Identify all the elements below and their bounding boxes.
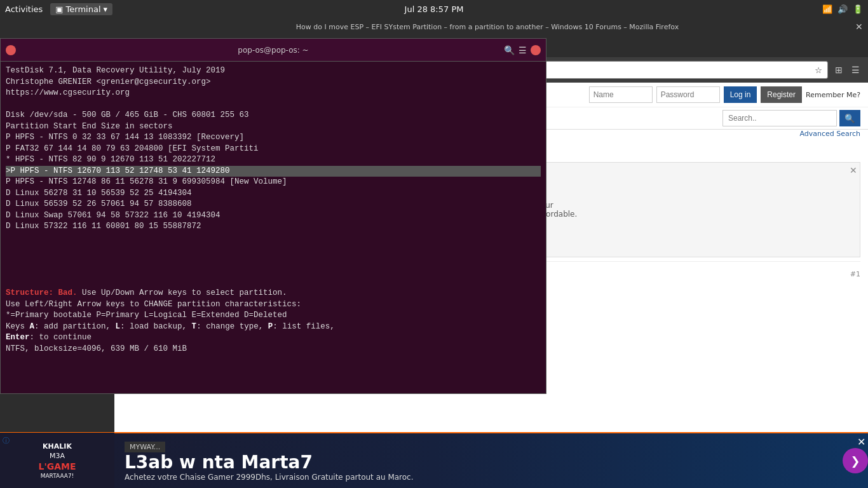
ad-close-button[interactable]: ✕	[850, 165, 857, 175]
bottom-ad-sub-text: Achetez votre Chaise Gamer 2999Dhs, Livr…	[125, 473, 825, 482]
bottom-ad-info-icon[interactable]: ⓘ	[3, 436, 10, 445]
terminal-disk-info: Disk /dev/sda - 500 GB / 465 GiB - CHS 6…	[6, 110, 541, 121]
khalik-text: KHALIK	[43, 442, 72, 451]
terminal-row-6: D Linux 56278 31 10 56539 52 25 4194304	[6, 188, 541, 200]
bottom-ad-content: MYWAY... L3ab w nta Marta7 Achetez votre…	[114, 440, 835, 482]
system-bar-left: Activities ▣ Terminal ▾	[5, 3, 112, 15]
username-field[interactable]	[589, 86, 653, 103]
system-bar-clock: Jul 28 8:57 PM	[405, 4, 464, 14]
browser-titlebar: How do I move ESP – EFI SYstem Partition…	[114, 18, 868, 36]
terminal-row-5: P HPFS - NTFS 12748 86 11 56278 31 9 699…	[6, 177, 541, 188]
system-bar: Activities ▣ Terminal ▾ Jul 28 8:57 PM 📶…	[0, 0, 868, 18]
m3a-text: M3A	[50, 452, 65, 460]
battery-icon: 🔋	[853, 4, 863, 14]
post-number: #1	[850, 267, 860, 297]
terminal-blank-4	[6, 255, 541, 266]
terminal-icon: ▣	[55, 4, 63, 14]
forum-search-button[interactable]: 🔍	[839, 110, 860, 126]
terminal-line-2: Christophe GRENIER <grenier@cgsecurity.o…	[6, 77, 541, 88]
network-icon: 📶	[822, 4, 832, 14]
terminal-window: pop-os@pop-os: ~ 🔍 ☰ TestDisk 7.1, Data …	[0, 38, 546, 394]
bookmark-icon[interactable]: ☆	[815, 65, 822, 75]
terminal-blank-2	[6, 233, 541, 244]
terminal-blank-1	[6, 99, 541, 111]
terminal-row-3: * HPFS - NTFS 82 90 9 12670 113 51 20222…	[6, 154, 541, 166]
volume-icon: 🔊	[837, 4, 848, 14]
browser-window-close-btn[interactable]: ✕	[855, 22, 863, 32]
terminal-window-controls	[6, 45, 16, 55]
terminal-row-4-selected: >P HPFS - NTFS 12670 113 52 12748 53 41 …	[6, 166, 541, 177]
terminal-enter: Enter: to continue	[6, 332, 541, 344]
bottom-ad-close-button[interactable]: ✕	[857, 436, 865, 448]
bottom-ad-main-text: L3ab w nta Marta7	[125, 452, 825, 473]
terminal-title: pop-os@pop-os: ~	[238, 46, 308, 55]
terminal-status: Structure: Bad. Use Up/Down Arrow keys t…	[6, 288, 541, 299]
terminal-leftright: Use Left/Right Arrow keys to CHANGE part…	[6, 299, 541, 311]
activities-button[interactable]: Activities	[5, 4, 43, 14]
terminal-blank-5	[6, 266, 541, 277]
terminal-table-header: Partition Start End Size in sectors	[6, 121, 541, 133]
extensions-button[interactable]: ⊞	[832, 63, 846, 77]
browser-window-title: How do I move ESP – EFI SYstem Partition…	[119, 23, 855, 31]
terminal-label: Terminal	[66, 4, 101, 14]
martaaa7-text: MARTAAA7!	[41, 473, 74, 479]
terminal-blank-6	[6, 277, 541, 288]
terminal-line-3: https://www.cgsecurity.org	[6, 88, 541, 99]
terminal-legend: *=Primary bootable P=Primary L=Logical E…	[6, 310, 541, 322]
terminal-row-2: P FAT32 67 144 14 80 79 63 204800 [EFI S…	[6, 144, 541, 155]
password-field[interactable]	[656, 86, 720, 103]
login-button[interactable]: Log in	[724, 86, 757, 103]
terminal-search-button[interactable]: 🔍	[504, 45, 515, 55]
terminal-toolbar-right: 🔍 ☰	[504, 45, 541, 55]
system-bar-right: 📶 🔊 🔋	[822, 4, 863, 14]
lgame-text: L'GAME	[38, 461, 76, 471]
browser-toolbar-icons: ⊞ ☰	[832, 63, 863, 77]
bottom-ad-brand: KHALIK M3A L'GAME MARTAAA7!	[38, 442, 76, 479]
terminal-ntfs-info: NTFS, blocksize=4096, 639 MB / 610 MiB	[6, 344, 541, 355]
terminal-indicator[interactable]: ▣ Terminal ▾	[50, 3, 112, 15]
myway-logo: MYWAY...	[125, 442, 165, 452]
forum-search-input[interactable]	[722, 110, 837, 126]
terminal-blank-3	[6, 243, 541, 255]
post-number-label: #1	[850, 270, 860, 278]
browser-menu-button[interactable]: ☰	[848, 63, 863, 77]
bottom-ad-image-area: KHALIK M3A L'GAME MARTAAA7!	[0, 433, 114, 488]
terminal-menu-button[interactable]: ☰	[519, 45, 527, 55]
terminal-row-1: P HPFS - NTFS 0 32 33 67 144 13 1083392 …	[6, 132, 541, 144]
terminal-keys: Keys A: add partition, L: load backup, T…	[6, 322, 541, 333]
bottom-ad-banner: ✕ ⓘ KHALIK M3A L'GAME MARTAAA7! MYWAY...…	[0, 432, 868, 488]
terminal-close-button[interactable]	[531, 45, 541, 55]
terminal-close-btn[interactable]	[6, 45, 16, 55]
terminal-row-8: D Linux Swap 57061 94 58 57322 116 10 41…	[6, 210, 541, 222]
terminal-dropdown-icon[interactable]: ▾	[104, 4, 108, 14]
terminal-titlebar: pop-os@pop-os: ~ 🔍 ☰	[1, 39, 546, 62]
terminal-line-1: TestDisk 7.1, Data Recovery Utility, Jul…	[6, 65, 541, 77]
register-button[interactable]: Register	[761, 86, 802, 103]
remember-me-label: Remember Me?	[806, 91, 860, 99]
bottom-ad-arrow-button[interactable]: ❯	[843, 448, 868, 473]
terminal-row-7: D Linux 56539 52 26 57061 94 57 8388608	[6, 199, 541, 210]
terminal-content[interactable]: TestDisk 7.1, Data Recovery Utility, Jul…	[1, 62, 546, 393]
terminal-row-9: D Linux 57322 116 11 60801 80 15 5588787…	[6, 221, 541, 233]
